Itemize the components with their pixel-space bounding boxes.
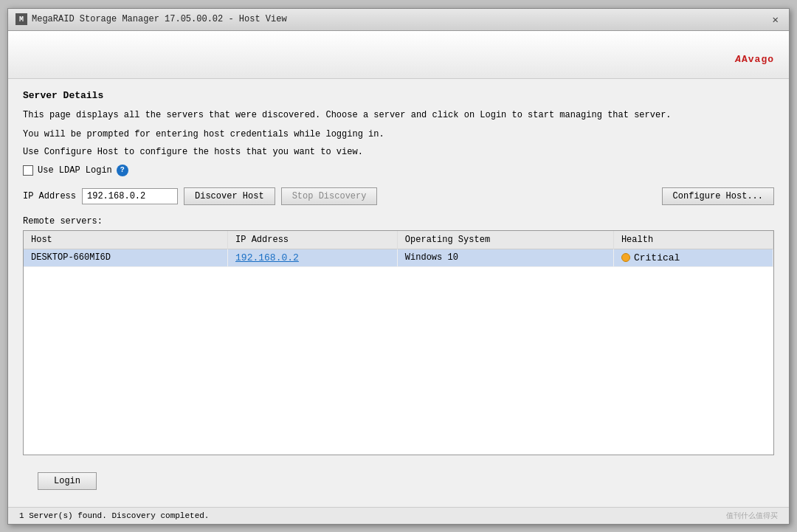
table-header: Host IP Address Operating System Health xyxy=(24,231,773,249)
avago-logo: AAvago xyxy=(735,41,774,68)
ip-row: IP Address Discover Host Stop Discovery … xyxy=(23,187,774,205)
cell-health: Critical xyxy=(613,249,773,266)
health-label: Critical xyxy=(634,252,680,263)
remote-servers-label: Remote servers: xyxy=(23,216,774,227)
table-row[interactable]: DESKTOP-660MI6D 192.168.0.2 Windows 10 C… xyxy=(24,249,773,266)
cell-os: Windows 10 xyxy=(397,249,613,266)
close-button[interactable]: ✕ xyxy=(770,13,782,26)
col-health: Health xyxy=(613,231,773,249)
cell-host: DESKTOP-660MI6D xyxy=(24,249,228,266)
ip-label: IP Address xyxy=(23,191,76,201)
table-header-row: Host IP Address Operating System Health xyxy=(24,231,773,249)
main-content: Server Details This page displays all th… xyxy=(8,79,789,507)
table-body: DESKTOP-660MI6D 192.168.0.2 Windows 10 C… xyxy=(24,249,773,266)
ip-input[interactable] xyxy=(82,188,178,204)
col-ip: IP Address xyxy=(228,231,398,249)
stop-discovery-button[interactable]: Stop Discovery xyxy=(281,187,378,205)
health-dot-critical xyxy=(621,253,630,262)
logo-a: A xyxy=(735,54,742,65)
discover-host-button[interactable]: Discover Host xyxy=(184,187,275,205)
description-line1: This page displays all the servers that … xyxy=(23,108,774,122)
config-text: Use Configure Host to configure the host… xyxy=(23,147,774,157)
table-container: Host IP Address Operating System Health … xyxy=(23,230,774,455)
cell-ip: 192.168.0.2 xyxy=(228,249,398,266)
health-cell: Critical xyxy=(621,252,765,263)
ldap-label: Use LDAP Login xyxy=(38,165,112,176)
ldap-row: Use LDAP Login ? xyxy=(23,165,774,176)
login-button[interactable]: Login xyxy=(38,472,97,490)
ldap-checkbox[interactable] xyxy=(23,165,33,176)
status-bar: 1 Server(s) found. Discovery completed. … xyxy=(8,507,789,524)
logo-rest: Avago xyxy=(742,54,774,65)
col-host: Host xyxy=(24,231,228,249)
col-os: Operating System xyxy=(397,231,613,249)
description-line2: You will be prompted for entering host c… xyxy=(23,128,774,141)
servers-table: Host IP Address Operating System Health … xyxy=(24,231,773,267)
title-bar-left: M MegaRAID Storage Manager 17.05.00.02 -… xyxy=(15,13,287,25)
header-banner: AAvago xyxy=(8,31,789,79)
configure-host-button[interactable]: Configure Host... xyxy=(662,187,774,205)
app-icon: M xyxy=(15,13,27,25)
info-icon[interactable]: ? xyxy=(117,165,128,176)
watermark: 值刊什么值得买 xyxy=(726,511,778,521)
ip-row-left: IP Address Discover Host Stop Discovery xyxy=(23,187,377,205)
ip-link[interactable]: 192.168.0.2 xyxy=(235,252,299,263)
bottom-bar: Login xyxy=(23,466,774,496)
main-window: M MegaRAID Storage Manager 17.05.00.02 -… xyxy=(7,8,790,525)
status-text: 1 Server(s) found. Discovery completed. xyxy=(19,511,209,520)
title-bar: M MegaRAID Storage Manager 17.05.00.02 -… xyxy=(8,9,789,31)
section-title: Server Details xyxy=(23,90,774,101)
window-title: MegaRAID Storage Manager 17.05.00.02 - H… xyxy=(32,14,287,24)
